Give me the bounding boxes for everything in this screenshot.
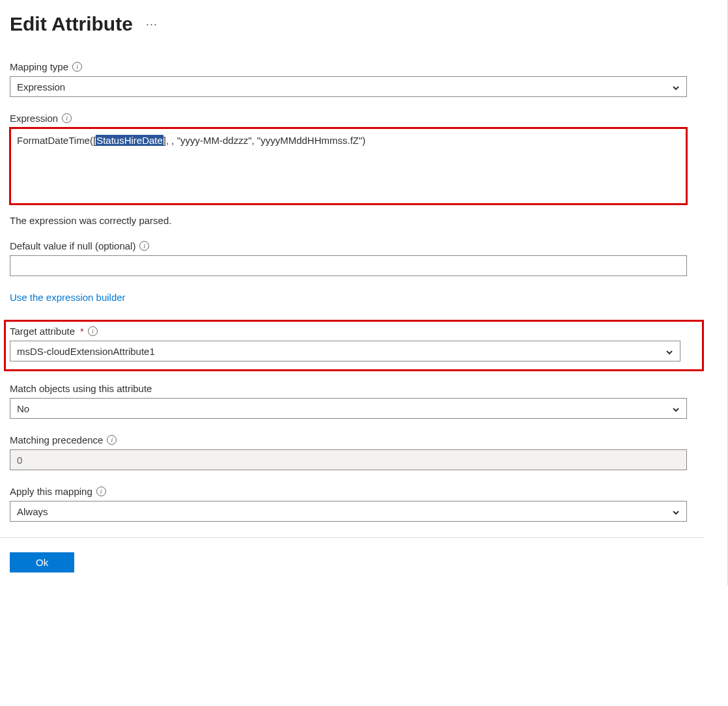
ok-button[interactable]: Ok <box>10 552 74 572</box>
target-attribute-select[interactable]: msDS-cloudExtensionAttribute1 <box>10 341 680 361</box>
more-actions-icon[interactable]: ··· <box>146 18 158 31</box>
matching-precedence-input <box>10 449 687 470</box>
default-value-input[interactable] <box>10 255 687 276</box>
expression-input[interactable]: FormatDateTime([StatusHireDate], , "yyyy… <box>10 128 687 205</box>
expression-status: The expression was correctly parsed. <box>10 215 718 226</box>
expression-text-suffix: ], , "yyyy-MM-ddzzz", "yyyyMMddHHmmss.fZ… <box>163 135 365 146</box>
info-icon[interactable]: i <box>88 326 98 336</box>
expression-builder-link[interactable]: Use the expression builder <box>10 292 126 303</box>
apply-mapping-select[interactable]: Always <box>10 501 687 522</box>
default-value-label: Default value if null (optional) <box>10 240 135 251</box>
mapping-type-label: Mapping type <box>10 61 68 72</box>
chevron-down-icon <box>672 404 680 412</box>
chevron-down-icon <box>665 347 673 355</box>
matching-precedence-label: Matching precedence <box>10 434 103 445</box>
apply-mapping-value: Always <box>17 506 48 517</box>
target-attribute-value: msDS-cloudExtensionAttribute1 <box>17 346 155 357</box>
chevron-down-icon <box>672 83 680 91</box>
match-objects-select[interactable]: No <box>10 398 687 419</box>
mapping-type-value: Expression <box>17 81 65 92</box>
info-icon[interactable]: i <box>107 435 117 445</box>
expression-text-prefix: FormatDateTime([ <box>17 135 96 146</box>
mapping-type-select[interactable]: Expression <box>10 76 687 97</box>
expression-text-highlight: StatusHireDate <box>96 135 163 146</box>
info-icon[interactable]: i <box>96 487 106 496</box>
target-attribute-label: Target attribute <box>10 326 75 337</box>
info-icon[interactable]: i <box>72 62 82 72</box>
expression-label: Expression <box>10 113 58 124</box>
match-objects-value: No <box>17 403 29 414</box>
match-objects-label: Match objects using this attribute <box>10 383 152 394</box>
info-icon[interactable]: i <box>62 113 72 123</box>
page-title: Edit Attribute <box>10 13 133 35</box>
apply-mapping-label: Apply this mapping <box>10 486 92 497</box>
footer-divider <box>0 537 703 538</box>
info-icon[interactable]: i <box>139 241 149 251</box>
chevron-down-icon <box>672 507 680 515</box>
required-star-icon: * <box>80 326 84 337</box>
